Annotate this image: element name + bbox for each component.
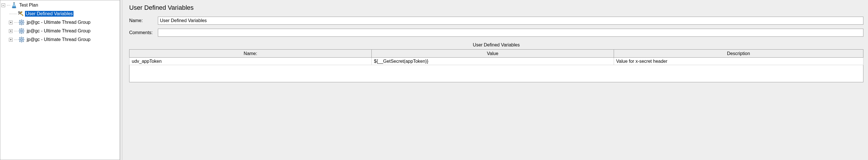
tree-node-label: jp@gc - Ultimate Thread Group xyxy=(26,28,91,34)
table-cell-name[interactable]: udv_appToken xyxy=(129,58,372,65)
page-title: User Defined Variables xyxy=(129,4,863,11)
svg-rect-7 xyxy=(23,22,24,23)
expand-icon[interactable]: + xyxy=(9,29,12,33)
comments-input[interactable] xyxy=(158,29,863,37)
table-row[interactable]: udv_appToken ${__GetSecret(appToken)} Va… xyxy=(129,58,863,65)
name-label: Name: xyxy=(129,18,158,23)
tree-connector xyxy=(14,39,18,40)
svg-rect-16 xyxy=(21,33,22,34)
table-cell-description[interactable]: Value for x-secret header xyxy=(614,58,863,65)
tree-connector xyxy=(14,31,18,31)
gear-icon xyxy=(19,28,25,34)
svg-rect-26 xyxy=(21,37,22,38)
tree-node-label: User Defined Variables xyxy=(25,11,73,17)
svg-rect-28 xyxy=(19,39,20,40)
tree-node-thread-group[interactable]: + jp@gc - Ultimate Thread Group xyxy=(1,27,119,35)
gear-icon xyxy=(19,36,25,43)
tree-connector xyxy=(9,14,17,14)
svg-rect-4 xyxy=(21,20,22,21)
svg-rect-27 xyxy=(21,41,22,42)
content-panel: User Defined Variables Name: Comments: U… xyxy=(122,0,868,160)
tree-connector xyxy=(14,22,18,23)
table-cell-value[interactable]: ${__GetSecret(appToken)} xyxy=(371,58,614,65)
table-section-title: User Defined Variables xyxy=(129,42,863,47)
tree-panel: − Test Plan User Defined Variables + xyxy=(0,0,120,160)
svg-point-35 xyxy=(21,39,22,40)
comments-label: Comments: xyxy=(129,30,158,35)
config-icon xyxy=(18,10,24,17)
svg-rect-18 xyxy=(23,31,24,31)
table-empty-area[interactable] xyxy=(129,65,863,82)
tree-node-label: jp@gc - Ultimate Thread Group xyxy=(26,20,91,25)
svg-rect-29 xyxy=(23,39,24,40)
gear-icon xyxy=(19,19,25,26)
tree-node-thread-group[interactable]: + jp@gc - Ultimate Thread Group xyxy=(1,35,119,44)
name-input[interactable] xyxy=(158,17,863,25)
table-header-name[interactable]: Name: xyxy=(129,50,372,58)
variables-table: Name: Value Description udv_appToken ${_… xyxy=(129,49,863,82)
splitter-handle[interactable] xyxy=(120,0,122,160)
flask-icon xyxy=(11,2,17,8)
tree-node-thread-group[interactable]: + jp@gc - Ultimate Thread Group xyxy=(1,18,119,27)
collapse-icon[interactable]: − xyxy=(1,3,5,7)
svg-rect-15 xyxy=(21,28,22,29)
comments-field-row: Comments: xyxy=(129,29,863,37)
expand-icon[interactable]: + xyxy=(9,21,12,24)
tree-node-test-plan[interactable]: − Test Plan xyxy=(1,1,119,9)
table-header-description[interactable]: Description xyxy=(614,50,863,58)
svg-rect-6 xyxy=(19,22,20,23)
name-field-row: Name: xyxy=(129,17,863,25)
tree-connector xyxy=(7,5,10,5)
svg-point-13 xyxy=(21,22,22,23)
expand-icon[interactable]: + xyxy=(9,38,12,41)
tree-node-user-defined-variables[interactable]: User Defined Variables xyxy=(1,9,119,18)
table-header-value[interactable]: Value xyxy=(371,50,614,58)
tree-node-label: jp@gc - Ultimate Thread Group xyxy=(26,37,91,42)
svg-rect-17 xyxy=(19,31,20,31)
svg-rect-0 xyxy=(13,2,15,3)
tree-node-label: Test Plan xyxy=(19,2,39,8)
svg-point-24 xyxy=(21,31,22,32)
svg-rect-5 xyxy=(21,24,22,25)
